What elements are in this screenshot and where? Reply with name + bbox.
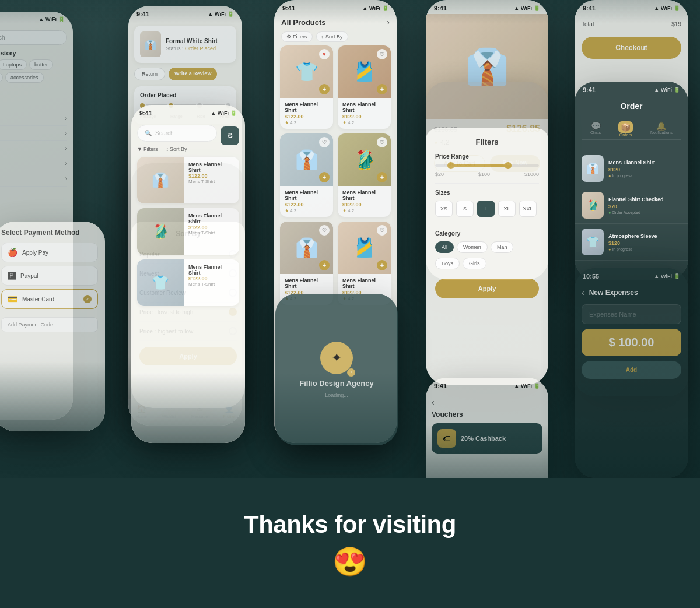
write-review-button[interactable]: Write a Review (169, 68, 217, 80)
category-shirt[interactable]: shirt› (0, 111, 67, 126)
size-l[interactable]: L (477, 201, 495, 217)
product-card-6[interactable]: 🎽 ♡ + Mens Flannel Shirt $122.00 ★ 4.2 (338, 222, 391, 305)
order-card: 👔 Formal White Shirt Status : Order Plac… (134, 26, 236, 63)
tag-butter[interactable]: butter (29, 59, 53, 70)
tag-potatotes[interactable]: potatotes (0, 72, 3, 83)
price-range-bar[interactable] (435, 164, 539, 167)
cat-women[interactable]: Women (457, 241, 488, 253)
search-placeholder-text: Search (0, 34, 5, 41)
order-item-2[interactable]: 🥻 Flannel Shirt Checked $70 ● Order Acce… (575, 187, 688, 224)
filter-label[interactable]: ▼ Filters (137, 146, 158, 152)
size-xs[interactable]: XS (435, 201, 453, 217)
pay-applepay[interactable]: 🍎 Apply Pay (1, 243, 98, 262)
voucher-icon: 🏷 (438, 429, 456, 448)
tag-laptops[interactable]: Laptops (0, 59, 27, 70)
tag-accessories[interactable]: accessories (5, 72, 44, 83)
size-xl[interactable]: XL (498, 201, 516, 217)
cat-man[interactable]: Man (491, 241, 514, 253)
wishlist-btn-1[interactable]: ♥ (319, 49, 330, 59)
category-jabi[interactable]: jabi› (0, 156, 67, 171)
order-item-1[interactable]: 👔 Mens Flannel Shirt $120 ● In progress (575, 150, 688, 187)
return-button[interactable]: Return (134, 68, 165, 80)
phone-expenses: 10:55 ▲WiFi🔋 ‹ New Expenses Expenses Nam… (575, 268, 688, 478)
voucher-card[interactable]: 🏷 20% Cashback (432, 423, 542, 454)
product-list-img-1: 👔 ♥ (137, 157, 184, 203)
order-item-3[interactable]: 👕 Atmosphere Sleeve $120 ● In progress (575, 224, 688, 261)
wishlist-btn-6[interactable]: ♡ (377, 225, 387, 236)
agency-content: ✦ + Fillio Design Agency Loading... (275, 294, 398, 445)
wishlist-btn-4[interactable]: ♡ (377, 137, 387, 147)
phone-payment: Select Payment Method 🍎 Apply Pay 🅿 Payp… (0, 222, 105, 431)
nav-notifications[interactable]: 🔔 Notifications (650, 121, 673, 137)
range-dot-right[interactable] (505, 162, 512, 169)
thanks-emoji: 😍 (332, 548, 368, 576)
category-tags: All Women Man (435, 241, 539, 253)
phone-vouchers: 9:41 ▲WiFi🔋 ‹ Vouchers 🏷 20% Cashback (426, 378, 548, 478)
bottom-section: Thanks for visiting 😍 (0, 478, 700, 608)
screens-area: ▲WiFi🔋 🔍 Search Search History shoes Lap… (0, 0, 700, 478)
nav-chats[interactable]: 💬 Chats (590, 121, 601, 137)
sort-label[interactable]: ↕ Sort By (166, 146, 187, 152)
pay-mastercard[interactable]: 💳 Master Card ✓ (1, 289, 98, 309)
wishlist-btn-5[interactable]: ♡ (319, 225, 330, 236)
expenses-back-icon[interactable]: ‹ (582, 288, 584, 297)
filter-button[interactable]: ⚙ Filters (281, 31, 313, 42)
amount-display: $ 100.00 (582, 329, 681, 356)
chats-icon: 💬 (590, 121, 601, 131)
sort-button[interactable]: ↕ Sort By (316, 31, 348, 42)
nav-orders[interactable]: 📦 Orders (618, 121, 633, 137)
main-search-bar[interactable]: 🔍 Search (137, 125, 217, 142)
product-card-2[interactable]: 🎽 ♡ + Mens Flannel Shirt $122.00 ★ 4.2 (338, 45, 391, 129)
product-card-5[interactable]: 👔 ♡ + Mens Flannel Shirt $122.00 ★ 4.2 (280, 222, 333, 305)
category-shoes[interactable]: shoes› (0, 141, 67, 156)
pay-paypal[interactable]: 🅿 Paypal (1, 266, 98, 286)
status-badge-2: ● Order Accepted (608, 210, 681, 215)
add-btn-4[interactable]: + (377, 172, 387, 182)
search-filter-content: 🔍 Search ⚙ ▼ Filters ↕ Sort By (131, 119, 245, 317)
search-bar[interactable]: 🔍 Search (0, 30, 67, 45)
status-time-p7: 9:41 (583, 5, 596, 12)
size-s[interactable]: S (456, 201, 474, 217)
product-card-4[interactable]: 🥻 ♡ + Mens Flannel Shirt $122.00 ★ 4.2 (338, 133, 391, 217)
cat-boys[interactable]: Boys (435, 258, 460, 269)
voucher-content: ‹ Vouchers 🏷 20% Cashback (426, 392, 548, 459)
order-info-1: Mens Flannel Shirt $120 ● In progress (608, 160, 681, 178)
wishlist-btn-3[interactable]: ♡ (319, 137, 330, 147)
checkout-button[interactable]: Checkout (582, 37, 681, 59)
add-btn-3[interactable]: + (319, 172, 330, 182)
add-btn-1[interactable]: + (319, 84, 330, 94)
category-title: Category (435, 230, 539, 237)
products-grid: 👕 ♥ + Mens Flannel Shirt $122.00 ★ 4.2 (274, 45, 397, 305)
category-smetics[interactable]: smetics› (0, 171, 67, 187)
cvv-input[interactable] (1, 317, 98, 332)
products-next-icon[interactable]: › (387, 17, 390, 27)
filter-toggle-icon: ⚙ (227, 132, 233, 140)
product-price-3: $122.00 (285, 202, 328, 208)
add-btn-2[interactable]: + (377, 84, 387, 94)
price-range-labels: $20 $100 $1000 (435, 171, 539, 177)
filter-apply-button[interactable]: Apply (435, 279, 539, 298)
add-expense-button[interactable]: Add (582, 361, 681, 379)
product-image-3: 👔 ♡ + (280, 133, 333, 186)
cat-all[interactable]: All (435, 241, 454, 253)
product-card-1[interactable]: 👕 ♥ + Mens Flannel Shirt $122.00 ★ 4.2 (280, 45, 333, 129)
product-rating-3: ★ 4.2 (285, 208, 328, 213)
category-ties[interactable]: ties› (0, 126, 67, 141)
check-icon: ✓ (83, 295, 92, 303)
filter-toggle-btn[interactable]: ⚙ (220, 126, 239, 145)
filter-icon-small: ▼ (137, 146, 142, 152)
filter-sort-row: ⚙ Filters ↕ Sort By (274, 29, 397, 45)
product-list-1[interactable]: 👔 ♥ Mens Flannel Shirt $122.00 Mens T-Sh… (137, 157, 239, 203)
voucher-back-button[interactable]: ‹ (432, 398, 542, 407)
add-btn-5[interactable]: + (319, 260, 330, 270)
product-list-3[interactable]: 👕 Mens Flannel Shirt $122.00 Mens T-Shir… (137, 259, 239, 306)
filter-sheet: Filters Price Range $20 $100 $1000 Sizes… (426, 128, 548, 385)
product-card-3[interactable]: 👔 ♡ + Mens Flannel Shirt $122.00 ★ 4.2 (280, 133, 333, 217)
cat-girls[interactable]: Girls (463, 258, 487, 269)
wishlist-btn-2[interactable]: ♡ (377, 49, 387, 59)
range-dot-left[interactable] (447, 162, 454, 169)
add-btn-6[interactable]: + (377, 260, 387, 270)
expenses-name-input[interactable]: Expenses Name (582, 304, 681, 324)
product-list-2[interactable]: 🥻 Mens Flannel Shirt $122.00 Mens T-Shir… (137, 208, 239, 255)
size-xxl[interactable]: XXL (519, 201, 537, 217)
